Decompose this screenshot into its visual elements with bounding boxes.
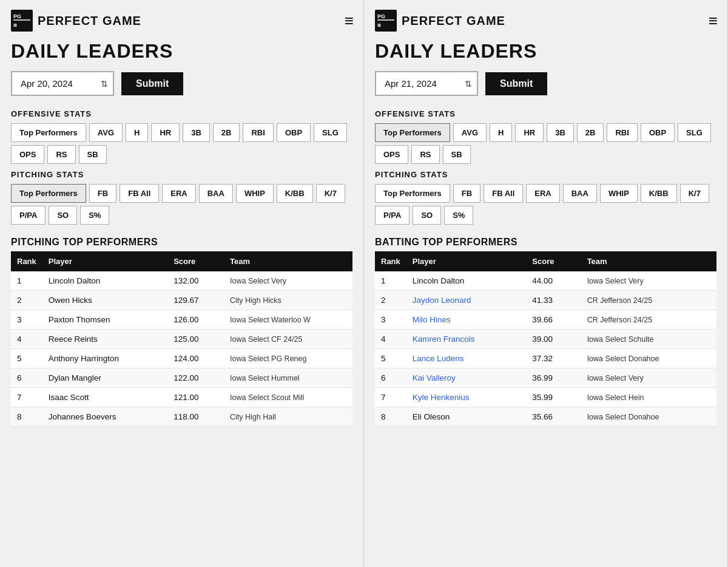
right-table-header-row: Rank Player Score Team <box>375 251 716 271</box>
left-tab-ops[interactable]: OPS <box>11 145 44 164</box>
left-tab-3b[interactable]: 3B <box>183 123 210 142</box>
cell-score: 126.00 <box>167 310 224 330</box>
left-tab-kbb[interactable]: K/BB <box>277 184 313 203</box>
left-tab-rs[interactable]: RS <box>47 145 75 164</box>
cell-rank: 1 <box>11 271 42 291</box>
right-pitching-label: PITCHING STATS <box>375 170 716 179</box>
cell-rank: 8 <box>375 407 406 427</box>
table-row: 1 Lincoln Dalton 132.00 Iowa Select Very <box>11 271 352 291</box>
right-tab-ops[interactable]: OPS <box>375 145 408 164</box>
cell-score: 41.33 <box>526 291 581 310</box>
cell-rank: 2 <box>11 291 42 310</box>
right-tab-baa[interactable]: BAA <box>563 184 597 203</box>
left-tab-fb[interactable]: FB <box>89 184 116 203</box>
table-row: 5 Anthony Harrington 124.00 Iowa Select … <box>11 349 352 368</box>
right-menu-icon[interactable]: ≡ <box>709 12 716 30</box>
left-menu-icon[interactable]: ≡ <box>345 12 352 30</box>
svg-text:⊞: ⊞ <box>377 23 381 27</box>
table-row: 6 Dylan Mangler 122.00 Iowa Select Humme… <box>11 368 352 388</box>
cell-rank: 3 <box>11 310 42 330</box>
right-logo: PG ⊞ PERFECT GAME <box>375 10 505 32</box>
right-tab-2b[interactable]: 2B <box>577 123 604 142</box>
left-tab-top-performers-pit[interactable]: Top Performers <box>11 184 86 203</box>
right-tab-top-performers-pit[interactable]: Top Performers <box>375 184 450 203</box>
left-tab-sb[interactable]: SB <box>79 145 107 164</box>
left-tab-spct[interactable]: S% <box>80 206 109 225</box>
cell-player: Lincoln Dalton <box>42 271 167 291</box>
left-tab-ppa[interactable]: P/PA <box>11 206 46 225</box>
right-tab-3b[interactable]: 3B <box>547 123 574 142</box>
left-logo: PG ⊞ PERFECT GAME <box>11 10 141 32</box>
svg-text:⊞: ⊞ <box>13 23 17 27</box>
cell-team: Iowa Select Schulte <box>581 330 716 349</box>
left-tab-obp[interactable]: OBP <box>277 123 311 142</box>
left-tab-h[interactable]: H <box>126 123 148 142</box>
left-date-select[interactable]: Apr 20, 2024 <box>11 71 114 96</box>
left-tab-avg[interactable]: AVG <box>89 123 123 142</box>
cell-team: Iowa Select Very <box>224 271 352 291</box>
right-tab-kbb[interactable]: K/BB <box>641 184 677 203</box>
cell-player: Paxton Thomsen <box>42 310 167 330</box>
right-tab-obp[interactable]: OBP <box>641 123 675 142</box>
left-date-wrapper[interactable]: Apr 20, 2024 ⇅ <box>11 71 114 96</box>
left-tab-hr[interactable]: HR <box>151 123 180 142</box>
cell-team: Iowa Select Scout Mill <box>224 388 352 407</box>
left-tab-era[interactable]: ERA <box>162 184 195 203</box>
left-table-title: PITCHING TOP PERFORMERS <box>11 237 352 248</box>
cell-team: Iowa Select Donahoe <box>581 407 716 427</box>
cell-rank: 7 <box>375 388 406 407</box>
cell-player: Lincoln Dalton <box>406 271 527 291</box>
cell-team: Iowa Select Hein <box>581 388 716 407</box>
left-submit-button[interactable]: Submit <box>121 72 183 95</box>
cell-team: Iowa Select Waterloo W <box>224 310 352 330</box>
right-tab-ppa[interactable]: P/PA <box>375 206 410 225</box>
left-table-body: 1 Lincoln Dalton 132.00 Iowa Select Very… <box>11 271 352 427</box>
cell-player: Milo Hines <box>406 310 527 330</box>
cell-team: Iowa Select Hummel <box>224 368 352 388</box>
left-page-title: DAILY LEADERS <box>11 40 352 63</box>
cell-rank: 7 <box>11 388 42 407</box>
pg-logo-icon-right: PG ⊞ <box>375 10 397 32</box>
left-tab-whip[interactable]: WHIP <box>236 184 274 203</box>
right-tab-avg[interactable]: AVG <box>453 123 487 142</box>
right-tab-top-performers-off[interactable]: Top Performers <box>375 123 450 142</box>
left-tab-top-performers-off[interactable]: Top Performers <box>11 123 86 142</box>
right-date-wrapper[interactable]: Apr 21, 2024 ⇅ <box>375 71 478 96</box>
right-table-body: 1 Lincoln Dalton 44.00 Iowa Select Very … <box>375 271 716 427</box>
right-tab-fb-all[interactable]: FB All <box>484 184 523 203</box>
right-tab-spct[interactable]: S% <box>444 206 473 225</box>
left-th-team: Team <box>224 251 352 271</box>
right-tab-slg[interactable]: SLG <box>678 123 711 142</box>
right-date-select[interactable]: Apr 21, 2024 <box>375 71 478 96</box>
right-pitching-tabs: Top Performers FB FB All ERA BAA WHIP K/… <box>375 184 716 225</box>
left-tab-so[interactable]: SO <box>49 206 77 225</box>
right-tab-k7[interactable]: K/7 <box>680 184 709 203</box>
left-tab-baa[interactable]: BAA <box>199 184 233 203</box>
right-tab-whip[interactable]: WHIP <box>600 184 638 203</box>
cell-rank: 4 <box>11 330 42 349</box>
right-tab-h[interactable]: H <box>490 123 512 142</box>
cell-player: Dylan Mangler <box>42 368 167 388</box>
left-tab-slg[interactable]: SLG <box>314 123 347 142</box>
cell-player: Reece Reints <box>42 330 167 349</box>
right-tab-fb[interactable]: FB <box>453 184 480 203</box>
right-tab-hr[interactable]: HR <box>515 123 544 142</box>
cell-rank: 5 <box>11 349 42 368</box>
right-tab-sb[interactable]: SB <box>443 145 471 164</box>
cell-rank: 2 <box>375 291 406 310</box>
right-tab-rbi[interactable]: RBI <box>607 123 637 142</box>
table-row: 2 Jaydon Leonard 41.33 CR Jefferson 24/2… <box>375 291 716 310</box>
left-tab-k7[interactable]: K/7 <box>316 184 345 203</box>
right-tab-rs[interactable]: RS <box>411 145 439 164</box>
cell-team: Iowa Select CF 24/25 <box>224 330 352 349</box>
right-submit-button[interactable]: Submit <box>485 72 547 95</box>
left-th-rank: Rank <box>11 251 42 271</box>
left-tab-fb-all[interactable]: FB All <box>120 184 159 203</box>
left-tab-rbi[interactable]: RBI <box>243 123 273 142</box>
left-table: Rank Player Score Team 1 Lincoln Dalton … <box>11 251 352 427</box>
right-tab-so[interactable]: SO <box>413 206 441 225</box>
right-tab-era[interactable]: ERA <box>526 184 559 203</box>
cell-score: 121.00 <box>167 388 224 407</box>
left-tab-2b[interactable]: 2B <box>213 123 240 142</box>
left-table-header-row: Rank Player Score Team <box>11 251 352 271</box>
